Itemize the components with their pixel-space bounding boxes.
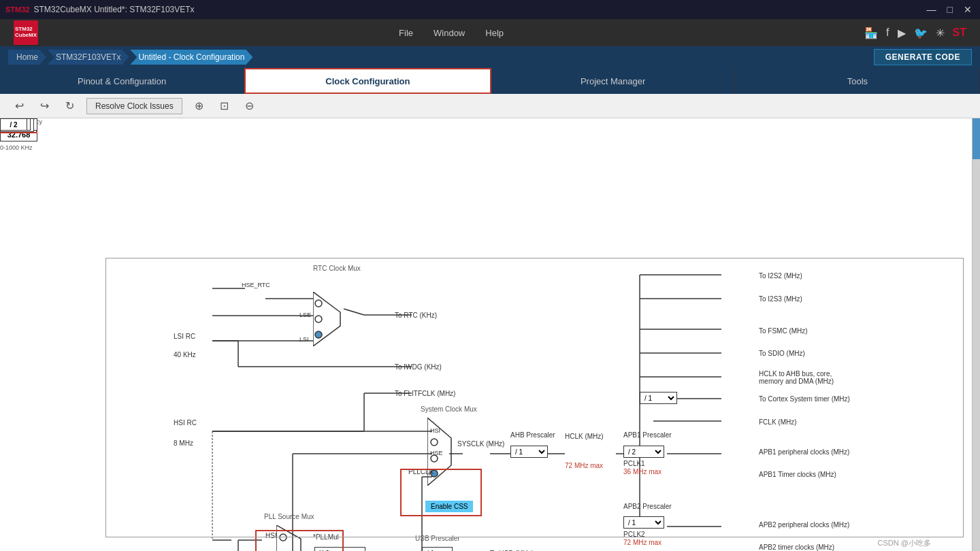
rtc-label: To RTC (KHz) xyxy=(395,312,437,319)
hclk-label: HCLK (MHz) xyxy=(565,433,604,440)
scrollbar-thumb[interactable] xyxy=(973,118,980,159)
app-icon: STM32 xyxy=(5,5,29,14)
toolbar: ↩ ↪ ↻ Resolve Clock Issues ⊕ ⊡ ⊖ xyxy=(0,94,980,118)
menu-help[interactable]: Help xyxy=(485,28,504,38)
svg-point-50 xyxy=(431,439,438,446)
apb1-periph-label: APB1 peripheral clocks (MHz) xyxy=(759,448,849,456)
svg-line-4 xyxy=(344,309,364,315)
menu-window[interactable]: Window xyxy=(434,28,465,38)
apb1-prescaler-label: APB1 Prescaler xyxy=(623,431,672,439)
ahb-prescaler-select[interactable]: / 1 / 2 / 4 xyxy=(510,446,548,458)
svg-point-45 xyxy=(315,300,322,307)
iwdg-label: To IWDG (KHz) xyxy=(395,363,442,371)
svg-text:HSI: HSI xyxy=(430,427,440,434)
refresh-button[interactable]: ↻ xyxy=(61,97,78,115)
st-icon: ST xyxy=(953,27,966,39)
resolve-clock-button[interactable]: Resolve Clock Issues xyxy=(86,98,182,114)
tab-clock[interactable]: Clock Configuration xyxy=(244,68,491,94)
tab-project[interactable]: Project Manager xyxy=(491,68,736,94)
pll-source-mux-svg xyxy=(276,525,307,551)
svg-marker-44 xyxy=(313,292,340,346)
facebook-icon: f xyxy=(886,27,889,39)
fclk-label: FCLK (MHz) xyxy=(759,418,797,426)
svg-marker-55 xyxy=(276,525,301,551)
pclk1-label: PCLK1 xyxy=(623,460,645,467)
maximize-button[interactable]: □ xyxy=(945,4,956,15)
watermark: CSDN @小吃多 xyxy=(878,538,931,548)
title-bar-left: STM32 STM32CubeMX Untitled*: STM32F103VE… xyxy=(5,5,195,14)
zoom-in-button[interactable]: ⊕ xyxy=(191,97,208,115)
i2s3-label: To I2S3 (MHz) xyxy=(759,295,802,303)
zoom-out-button[interactable]: ⊖ xyxy=(241,97,258,115)
svg-point-56 xyxy=(280,534,287,541)
svg-point-52 xyxy=(431,455,438,462)
menu-items: File Window Help xyxy=(65,28,837,38)
cortex-div-select[interactable]: / 1 xyxy=(640,392,677,404)
svg-point-46 xyxy=(315,316,322,322)
tab-tools[interactable]: Tools xyxy=(736,68,980,94)
pllclk-label: PLLCLK xyxy=(408,468,434,475)
breadcrumb-home[interactable]: Home xyxy=(8,50,46,65)
pclk2-label: PCLK2 xyxy=(623,531,645,538)
pclk2-max-label: 72 MHz max xyxy=(623,539,662,546)
youtube-icon: ▶ xyxy=(898,27,906,39)
fsmc-label: To FSMC (MHz) xyxy=(759,327,808,335)
ahb-prescaler-label: AHB Prescaler xyxy=(510,431,555,439)
pll-mul-label: *PLLMul xyxy=(313,533,339,541)
lsi-freq-label: 40 KHz xyxy=(174,351,196,358)
app-title: STM32CubeMX Untitled*: STM32F103VETx xyxy=(33,5,194,14)
lse-line-label: LSE xyxy=(299,312,311,318)
network-icon: ✳ xyxy=(936,27,945,39)
svg-text:HSE: HSE xyxy=(430,450,443,456)
sysclk-mux-svg: HSI HSE PLL xyxy=(427,418,458,486)
menu-bar: STM32CubeMX File Window Help 🏪 f ▶ 🐦 ✳ S… xyxy=(0,19,980,46)
rtc-clock-mux-label: RTC Clock Mux xyxy=(313,265,361,272)
apb2-prescaler-label: APB2 Prescaler xyxy=(623,503,672,510)
minimize-button[interactable]: — xyxy=(924,4,939,15)
tab-pinout[interactable]: Pinout & Configuration xyxy=(0,68,244,94)
hsi-freq-label: 8 MHz xyxy=(174,439,193,447)
apb1-prescaler-select[interactable]: / 2 / 1 / 4 xyxy=(623,446,664,458)
div2-sdio-box: / 2 xyxy=(0,118,27,131)
pclk1-max-label: 36 MHz max xyxy=(623,468,662,475)
i2s2-label: To I2S2 (MHz) xyxy=(759,272,802,280)
pll-mul-select[interactable]: X 9 X 2 X 3 xyxy=(314,547,365,551)
sysclk-label: SYSCLK (MHz) xyxy=(457,440,504,448)
hsi-rc-label: HSI RC xyxy=(174,419,197,427)
svg-point-47 xyxy=(315,331,322,338)
store-icon: 🏪 xyxy=(864,27,878,39)
breadcrumb-config[interactable]: Untitled - Clock Configuration xyxy=(130,50,252,65)
generate-code-button[interactable]: GENERATE CODE xyxy=(874,49,972,65)
clock-diagram: Input frequency 32.768 0-1000 KHz LSE LS… xyxy=(0,118,972,551)
apb2-timer-label: APB2 timer clocks (MHz) xyxy=(759,544,834,551)
hse-rtc-label: HSE_RTC xyxy=(242,282,270,288)
main-content: Input frequency 32.768 0-1000 KHz LSE LS… xyxy=(0,118,980,551)
redo-button[interactable]: ↪ xyxy=(36,97,53,115)
logo: STM32CubeMX xyxy=(14,20,38,45)
logo-box: STM32CubeMX xyxy=(14,20,38,45)
title-bar-controls: — □ ✕ xyxy=(924,4,975,15)
apb1-timer-label: APB1 Timer clocks (MHz) xyxy=(759,471,836,478)
cortex-label: To Cortex System timer (MHz) xyxy=(759,395,850,403)
close-button[interactable]: ✕ xyxy=(961,4,975,15)
breadcrumb-chip[interactable]: STM32F103VETx xyxy=(48,50,129,65)
hclk-max-label: 72 MHz max xyxy=(565,462,603,469)
enable-css-button[interactable]: Enable CSS xyxy=(425,501,473,512)
pll-source-mux-label: PLL Source Mux xyxy=(264,513,314,520)
lsi-rc-label: LSI RC xyxy=(174,333,195,340)
input-freq-range-1: 0-1000 KHz xyxy=(0,144,33,151)
scrollbar-right[interactable] xyxy=(972,118,980,551)
ahb-label: HCLK to AHB bus, core, memory and DMA (M… xyxy=(759,370,840,385)
menu-file[interactable]: File xyxy=(399,28,413,38)
svg-marker-48 xyxy=(427,418,451,486)
hsi-pll-label: HSI xyxy=(265,532,277,539)
apb2-prescaler-select[interactable]: / 1 / 2 xyxy=(623,516,664,529)
fit-button[interactable]: ⊡ xyxy=(216,97,233,115)
usb-prescaler-select[interactable]: / 1 / 1.5 xyxy=(422,547,453,551)
twitter-icon: 🐦 xyxy=(914,27,928,39)
social-icons: 🏪 f ▶ 🐦 ✳ ST xyxy=(864,27,966,39)
breadcrumb: Home STM32F103VETx Untitled - Clock Conf… xyxy=(0,46,980,68)
system-clock-mux-label: System Clock Mux xyxy=(421,405,477,413)
lsi-line-label: LSI xyxy=(299,336,309,343)
undo-button[interactable]: ↩ xyxy=(11,97,28,115)
